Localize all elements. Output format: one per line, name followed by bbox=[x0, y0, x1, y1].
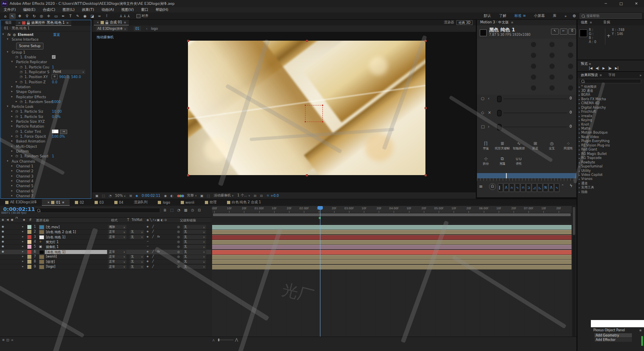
slider-shape-icon[interactable]: □ bbox=[481, 124, 485, 129]
menu-item[interactable]: 动画(A) bbox=[98, 7, 118, 12]
stopwatch-icon[interactable]: ◷ bbox=[15, 154, 18, 158]
effect-property-row[interactable]: ▾Scene Interface bbox=[1, 37, 91, 42]
timeline-tab[interactable]: 02 bbox=[70, 199, 89, 206]
twirl-icon[interactable]: ▾ bbox=[7, 105, 8, 108]
twirl-icon[interactable]: ▸ bbox=[22, 235, 24, 238]
menu-item[interactable]: 文件(F) bbox=[0, 7, 19, 12]
effects-category-row[interactable]: ▸Motion Boutique bbox=[579, 131, 642, 135]
slider-shape-icon[interactable]: ○ bbox=[481, 96, 485, 101]
parent-column[interactable]: 父级和链接 bbox=[180, 218, 196, 223]
resolution-dropdown[interactable]: 完整 ∨ bbox=[187, 193, 197, 198]
property-value[interactable]: 5000 bbox=[52, 100, 61, 104]
motion-tool-b3[interactable]: ∪∪弹性 bbox=[511, 156, 527, 166]
effect-property-row[interactable]: ▸Channel 4 bbox=[1, 179, 91, 184]
effects-category-row[interactable]: ▸Rowbyte bbox=[579, 160, 642, 164]
playhead-line[interactable] bbox=[320, 206, 320, 337]
eraser-tool-icon[interactable]: ◪ bbox=[89, 13, 95, 19]
parent-dropdown[interactable]: 无∨ bbox=[183, 230, 206, 234]
effect-property-row[interactable]: ▾Particle Replicator bbox=[1, 60, 91, 64]
twirl-icon[interactable]: ▸ bbox=[11, 95, 13, 98]
layer-name[interactable]: [logo] bbox=[45, 265, 107, 269]
timeline-tab[interactable]: 渲染队列 bbox=[128, 199, 153, 206]
magnify-icon[interactable]: ◔ bbox=[109, 194, 111, 198]
channel-icon[interactable]: ◐ bbox=[170, 194, 173, 198]
menu-item[interactable]: 合成(C) bbox=[39, 7, 59, 12]
pan-behind-tool-icon[interactable]: ✛ bbox=[45, 13, 52, 19]
effects-category-row[interactable]: ▸3D 通道 bbox=[579, 89, 642, 93]
easing-curve-button[interactable]: ▎ bbox=[498, 183, 503, 192]
twirl-icon[interactable]: ▸ bbox=[579, 153, 580, 155]
twirl-icon[interactable]: ▸ bbox=[16, 65, 17, 68]
zero-button[interactable]: 0 bbox=[568, 29, 576, 35]
twirl-icon[interactable]: ▸ bbox=[11, 134, 13, 138]
effect-property-row[interactable]: ◷1. Color Tint⇥ bbox=[1, 129, 91, 134]
replicator-shape-dropdown[interactable]: Point∨ bbox=[52, 70, 85, 74]
effect-property-row[interactable]: ▾Particle Look bbox=[1, 104, 91, 109]
layer-color-swatch[interactable] bbox=[27, 255, 31, 259]
lock-icon[interactable] bbox=[27, 23, 30, 25]
layer-row[interactable]: ◉▸1[光.mov]相加∨◈╱◎无∨ bbox=[0, 225, 211, 230]
twirl-icon[interactable]: ▸ bbox=[11, 169, 13, 172]
twirl-icon[interactable]: ▸ bbox=[579, 161, 580, 164]
effect-property-row[interactable]: ◷1. Replicator SPoint∨ bbox=[1, 70, 91, 74]
play-button[interactable]: ▶ bbox=[603, 66, 605, 70]
layer-row[interactable]: ◉▸3[白色 纯色 1]正常∨无∨◈╱fx◎无∨ bbox=[0, 235, 211, 240]
collapse-switch-icon[interactable]: − bbox=[147, 240, 149, 243]
twirl-icon[interactable]: ▸ bbox=[579, 173, 580, 176]
timeline-vertical-scrollbar[interactable] bbox=[572, 206, 576, 337]
blend-mode-dropdown[interactable]: 相加∨ bbox=[108, 225, 126, 229]
layer-name[interactable]: [白色 纯色 2 合成 1] bbox=[45, 230, 107, 234]
motion-tool-6[interactable]: ⁘同屈性 bbox=[560, 141, 576, 151]
motion-tool-2[interactable]: ≣托管关键帧 bbox=[494, 141, 510, 151]
twirl-icon[interactable]: ▸ bbox=[579, 123, 580, 126]
twirl-icon[interactable]: ▸ bbox=[22, 260, 24, 263]
slider-shape-icon[interactable]: ◇ bbox=[481, 110, 484, 115]
easing-curve-button[interactable]: ⊓ bbox=[520, 183, 526, 192]
parent-link-icon[interactable]: ◎ bbox=[177, 230, 180, 233]
layer-duration-bar[interactable] bbox=[212, 265, 572, 270]
parent-link-icon[interactable]: ◎ bbox=[177, 260, 180, 263]
easing-curve-button[interactable]: ⊐ bbox=[526, 183, 531, 192]
quality-switch-icon[interactable]: ╱ bbox=[152, 225, 154, 228]
twirl-icon[interactable]: ▸ bbox=[11, 90, 13, 93]
twirl-icon[interactable]: ▸ bbox=[22, 240, 24, 243]
layer-row[interactable]: ▸7[wenli]正常∨无∨◈╱◎无∨ bbox=[0, 254, 211, 260]
twirl-icon[interactable]: ▸ bbox=[11, 124, 13, 128]
effect-property-row[interactable]: ▸Baked Animation bbox=[1, 139, 91, 144]
effects-category-row[interactable]: ▸Vranos bbox=[579, 177, 642, 181]
roi-icon[interactable]: ▣ bbox=[200, 194, 204, 198]
layer-duration-bar[interactable] bbox=[212, 225, 572, 230]
effect-property-row[interactable]: ▾fx◍Element重置 bbox=[1, 32, 91, 37]
selection-tool-icon[interactable]: ↖ bbox=[9, 13, 16, 19]
effect-property-row[interactable]: ▸◷1. Particle Cou1 bbox=[1, 65, 91, 70]
effects-category-row[interactable]: ▸RG Magic Bullet bbox=[579, 152, 642, 156]
exposure-value[interactable]: ☼ +0.0 bbox=[266, 194, 279, 198]
parent-dropdown[interactable]: 无∨ bbox=[183, 260, 206, 264]
zoom-in-mountain-icon[interactable]: ⋀ bbox=[235, 338, 238, 342]
tab-project[interactable]: 项目 bbox=[1, 21, 16, 25]
layer-name[interactable]: [黑色 纯色 1] bbox=[45, 250, 107, 254]
twirl-icon[interactable]: ▸ bbox=[22, 245, 24, 248]
parent-dropdown[interactable]: 无∨ bbox=[183, 240, 206, 244]
effects-category-row[interactable]: ▸RG Trapcode bbox=[579, 156, 642, 160]
unified-camera-tool-icon[interactable]: ◎ bbox=[38, 13, 45, 19]
motion-tool-5[interactable]: ◎交互 bbox=[544, 141, 560, 151]
twirl-icon[interactable]: ▸ bbox=[579, 93, 580, 96]
plexus-menu-item[interactable]: Add Effector bbox=[594, 338, 632, 342]
effects-category-row[interactable]: ▸Neat Video bbox=[579, 135, 642, 139]
easing-curve-button[interactable]: ◺ bbox=[537, 183, 543, 192]
effect-property-row[interactable]: ▸Channel 3 bbox=[1, 174, 91, 179]
view-axis-icon[interactable]: ⅄ bbox=[128, 14, 130, 18]
snapshot-camera-icon[interactable]: ◉ bbox=[164, 194, 167, 198]
layer-color-swatch[interactable] bbox=[27, 265, 31, 269]
collapse-switch-icon[interactable]: ◈ bbox=[147, 230, 149, 233]
layer-duration-bar[interactable] bbox=[212, 230, 572, 235]
twirl-icon[interactable]: ▸ bbox=[579, 165, 580, 168]
puppet-pin-tool-icon[interactable]: ⊺ bbox=[103, 13, 110, 19]
effects-category-row[interactable]: ▸Knoll bbox=[579, 122, 642, 126]
collapse-switch-icon[interactable]: ◈ bbox=[147, 250, 149, 253]
floating-window-titlebar[interactable] bbox=[591, 320, 644, 327]
effects-category-row[interactable]: ▸扭曲 bbox=[579, 190, 642, 194]
workspace-gear-icon[interactable]: ⚙ bbox=[571, 13, 578, 19]
scrub-marker[interactable] bbox=[506, 173, 507, 178]
